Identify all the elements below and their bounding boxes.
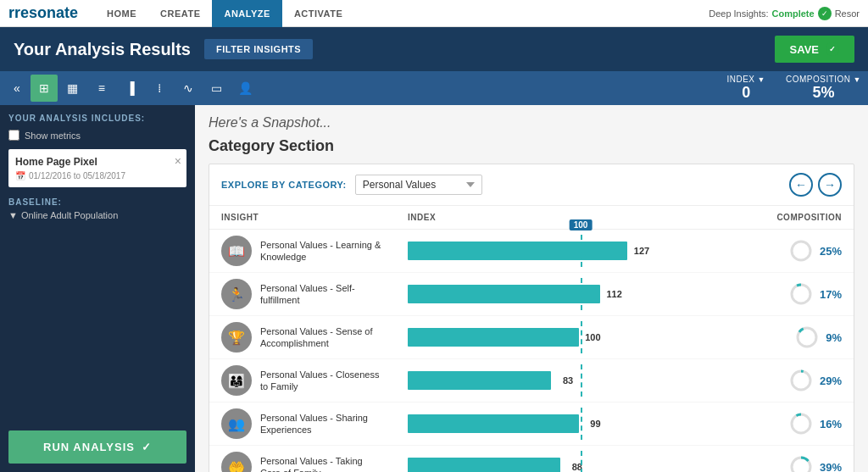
composition-caret-icon: ▼: [854, 75, 861, 84]
svg-point-8: [792, 414, 810, 433]
main-layout: YOUR ANALYSIS INCLUDES: Show metrics Hom…: [0, 105, 868, 472]
bar-value: 112: [606, 289, 621, 299]
run-analysis-button[interactable]: RUN ANALYSIS ✓: [8, 430, 186, 464]
bar-cell: 100: [396, 316, 752, 359]
index-caret-icon: ▼: [758, 75, 765, 84]
insight-cell: 🏆 Personal Values - Sense of Accomplishm…: [209, 316, 396, 359]
top-nav: rresonate HOME CREATE ANALYZE ACTIVATE D…: [0, 0, 868, 27]
table-row: 🤲 Personal Values - Taking Care of Famil…: [209, 446, 854, 473]
bar-cell: 99: [396, 403, 752, 446]
bar: 88: [408, 458, 560, 472]
donut-chart: [789, 455, 813, 472]
explore-label: EXPLORE BY CATEGORY:: [221, 180, 347, 190]
insight-icon: 🤲: [221, 452, 252, 472]
table-row: 👨‍👩‍👧 Personal Values - Closeness to Fam…: [209, 359, 854, 403]
sidebar: YOUR ANALYSIS INCLUDES: Show metrics Hom…: [0, 105, 195, 472]
insight-icon: 👥: [221, 408, 252, 439]
category-select[interactable]: Personal Values: [355, 175, 482, 195]
list-icon[interactable]: ≡: [88, 75, 115, 102]
table-row: 🏆 Personal Values - Sense of Accomplishm…: [209, 316, 854, 359]
show-metrics-row: Show metrics: [8, 130, 186, 141]
composition-value-cell: 16%: [764, 412, 842, 436]
scatter-icon[interactable]: ⁞: [146, 75, 173, 102]
line-chart-icon[interactable]: ∿: [175, 75, 202, 102]
dashed-line: [581, 364, 582, 397]
composition-cell: 25%: [752, 230, 854, 273]
table-row: 👥 Personal Values - Sharing Experiences …: [209, 403, 854, 446]
dashed-line: [581, 408, 582, 440]
insight-cell: 🤲 Personal Values - Taking Care of Famil…: [209, 446, 396, 473]
baseline-value: ▼ Online Adult Population: [8, 210, 186, 220]
composition-cell: 39%: [752, 446, 854, 473]
insight-name: Personal Values - Self-fulfillment: [260, 282, 384, 307]
composition-metric[interactable]: COMPOSITION ▼ 5%: [786, 75, 861, 102]
comp-value: 16%: [820, 418, 842, 430]
bar-cell: 100 127: [396, 230, 752, 273]
segment-title: Home Page Pixel: [15, 156, 180, 168]
nav-analyze[interactable]: ANALYZE: [212, 0, 281, 27]
donut-chart: [789, 369, 813, 392]
dashed-line: [581, 278, 582, 310]
table-row: 🏃 Personal Values - Self-fulfillment 112…: [209, 273, 854, 316]
col-insight: INSIGHT: [209, 206, 396, 230]
svg-point-2: [792, 285, 810, 303]
composition-value-cell: 29%: [764, 369, 842, 392]
close-segment-button[interactable]: ×: [175, 154, 181, 168]
bar-value: 83: [563, 375, 573, 386]
insights-table: INSIGHT INDEX COMPOSITION 📖 Personal Val…: [209, 206, 854, 472]
toolbar-icons: ⊞ ▦ ≡ ▐ ⁞ ∿ ▭ 👤: [31, 75, 259, 102]
bar-value: 100: [585, 332, 600, 342]
bar: 127: [408, 242, 627, 260]
logo: rresonate: [8, 4, 78, 22]
bar: 99: [408, 414, 579, 433]
index-marker: 100: [570, 219, 593, 230]
composition-cell: 17%: [752, 273, 854, 316]
nav-activate[interactable]: ACTIVATE: [282, 0, 354, 27]
index-metric[interactable]: INDEX ▼ 0: [726, 75, 765, 102]
nav-home[interactable]: HOME: [95, 0, 148, 27]
prev-arrow-button[interactable]: ←: [789, 173, 813, 197]
run-check-icon: ✓: [142, 441, 152, 453]
insight-name: Personal Values - Taking Care of Family: [260, 455, 384, 472]
svg-point-6: [792, 371, 810, 390]
insight-name: Personal Values - Sense of Accomplishmen…: [260, 325, 384, 350]
bar-cell: 112: [396, 273, 752, 316]
dashed-line: [581, 321, 582, 353]
comp-value: 29%: [820, 375, 842, 387]
table-row: 📖 Personal Values - Learning & Knowledge…: [209, 230, 854, 273]
save-button[interactable]: SAVE ✓: [775, 36, 854, 63]
donut-chart: [795, 325, 819, 349]
comp-value: 9%: [826, 331, 842, 344]
save-check-icon: ✓: [826, 42, 839, 56]
sidebar-section-label: YOUR ANALYSIS INCLUDES:: [8, 114, 186, 123]
insight-icon: 🏃: [221, 279, 252, 309]
bar: 112: [408, 285, 600, 303]
caret-icon: ▼: [8, 210, 18, 220]
tile-icon[interactable]: ▦: [59, 75, 86, 102]
insight-cell: 👨‍👩‍👧 Personal Values - Closeness to Fam…: [209, 359, 396, 403]
bar-chart-icon[interactable]: ▐: [117, 75, 144, 102]
nav-arrows: ← →: [789, 173, 842, 197]
show-metrics-checkbox[interactable]: [8, 130, 19, 141]
next-arrow-button[interactable]: →: [818, 173, 842, 197]
donut-chart: [789, 282, 813, 306]
composition-cell: 16%: [752, 403, 854, 446]
insight-cell: 🏃 Personal Values - Self-fulfillment: [209, 273, 396, 316]
nav-create[interactable]: CREATE: [148, 0, 212, 27]
grid-icon[interactable]: ⊞: [31, 75, 58, 102]
insight-cell: 📖 Personal Values - Learning & Knowledge: [209, 230, 396, 273]
page-title: Your Analysis Results: [14, 40, 191, 59]
collapse-sidebar-button[interactable]: «: [7, 78, 27, 98]
monitor-icon[interactable]: ▭: [203, 75, 231, 102]
insight-icon: 🏆: [221, 322, 252, 353]
bar-value: 127: [634, 246, 649, 256]
segment-date: 📅 01/12/2016 to 05/18/2017: [15, 171, 180, 180]
show-metrics-label: Show metrics: [25, 130, 81, 141]
toolbar-right: INDEX ▼ 0 COMPOSITION ▼ 5%: [726, 75, 861, 102]
insight-name: Personal Values - Sharing Experiences: [260, 412, 384, 436]
insight-name: Personal Values - Learning & Knowledge: [260, 239, 384, 264]
filter-insights-button[interactable]: FILTER INSIGHTS: [204, 39, 313, 59]
donut-chart: [789, 412, 813, 436]
composition-value-cell: 17%: [764, 282, 842, 306]
person-icon[interactable]: 👤: [232, 75, 259, 102]
